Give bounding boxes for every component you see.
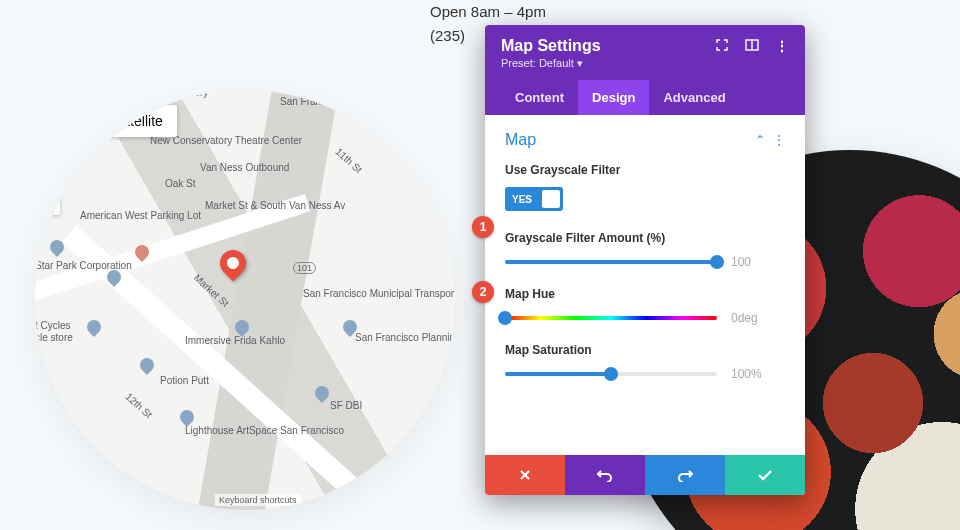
undo-button[interactable] bbox=[565, 455, 645, 495]
annotation-1: 1 bbox=[472, 216, 494, 238]
section-title-map[interactable]: Map bbox=[505, 131, 536, 149]
label-market-st: Market St bbox=[192, 272, 231, 309]
label-cycles: t Cycles bbox=[35, 320, 71, 331]
fullscreen-icon bbox=[423, 115, 437, 129]
label-eleventh: 11th St bbox=[333, 146, 364, 175]
poi-pin bbox=[343, 320, 357, 338]
check-icon bbox=[757, 468, 773, 482]
expand-icon[interactable] bbox=[715, 38, 729, 55]
tab-design[interactable]: Design bbox=[578, 80, 649, 115]
zoom-out-button[interactable]: − bbox=[35, 185, 60, 215]
map-hue-label: Map Hue bbox=[505, 287, 785, 301]
close-icon bbox=[518, 468, 532, 482]
poi-pin bbox=[180, 410, 194, 428]
slider-thumb[interactable] bbox=[710, 255, 724, 269]
redo-button[interactable] bbox=[645, 455, 725, 495]
map-hue-slider[interactable] bbox=[505, 316, 717, 320]
poi-pin bbox=[87, 320, 101, 338]
poi-pin bbox=[140, 358, 154, 376]
map-saturation-value[interactable]: 100% bbox=[731, 367, 785, 381]
hours-text: Open 8am – 4pm bbox=[430, 0, 546, 24]
map-type-satellite[interactable]: Satellite bbox=[99, 105, 177, 137]
layout-icon[interactable] bbox=[745, 38, 759, 55]
label-muni: San Francisco Municipal Transportation A… bbox=[303, 288, 455, 299]
redo-icon bbox=[677, 468, 693, 482]
panel-body: Map ⌃ ⋮ Use Grayscale Filter YES Graysca… bbox=[485, 115, 805, 455]
zoom-in-button[interactable]: + bbox=[35, 155, 60, 185]
poi-pin bbox=[50, 240, 64, 258]
grayscale-amount-slider[interactable] bbox=[505, 260, 717, 264]
label-planning: San Francisco Planning bbox=[355, 332, 455, 343]
grayscale-amount-value[interactable]: 100 bbox=[731, 255, 785, 269]
undo-icon bbox=[597, 468, 613, 482]
slider-thumb[interactable] bbox=[604, 367, 618, 381]
tab-content[interactable]: Content bbox=[501, 80, 578, 115]
poi-pin bbox=[135, 245, 149, 263]
label-potion: Potion Putt bbox=[160, 375, 209, 386]
annotation-2: 2 bbox=[472, 281, 494, 303]
keyboard-shortcuts-link[interactable]: Keyboard shortcuts bbox=[215, 494, 301, 506]
toggle-knob bbox=[542, 190, 560, 208]
panel-title: Map Settings bbox=[501, 37, 601, 55]
map-saturation-label: Map Saturation bbox=[505, 343, 785, 357]
cancel-button[interactable] bbox=[485, 455, 565, 495]
save-button[interactable] bbox=[725, 455, 805, 495]
map-hue-value[interactable]: 0deg bbox=[731, 311, 785, 325]
poi-pin bbox=[107, 270, 121, 288]
map-saturation-slider[interactable] bbox=[505, 372, 717, 376]
settings-panel: Map Settings ⋮ Preset: Default ▾ Content… bbox=[485, 25, 805, 495]
map-canvas[interactable]: Hickory San Francisco City Public Works … bbox=[35, 90, 455, 510]
map-type-toggle: Map Satellite bbox=[43, 105, 177, 137]
label-hickory: Hickory bbox=[175, 90, 208, 98]
zoom-controls: + − bbox=[35, 155, 60, 215]
label-van-ness: Van Ness Outbound bbox=[200, 162, 289, 173]
tab-advanced[interactable]: Advanced bbox=[649, 80, 739, 115]
toggle-yes-label: YES bbox=[512, 194, 532, 205]
collapse-icon[interactable]: ⌃ bbox=[755, 133, 765, 147]
grayscale-filter-label: Use Grayscale Filter bbox=[505, 163, 785, 177]
panel-tabs: Content Design Advanced bbox=[501, 80, 789, 115]
grayscale-amount-label: Grayscale Filter Amount (%) bbox=[505, 231, 785, 245]
fullscreen-button[interactable] bbox=[413, 105, 447, 139]
label-public-works: San Francisco City Public Works bbox=[280, 96, 425, 107]
label-lighthouse: Lighthouse ArtSpace San Francisco bbox=[185, 425, 344, 436]
poi-pin bbox=[235, 320, 249, 338]
section-kebab-icon[interactable]: ⋮ bbox=[773, 133, 785, 147]
preset-dropdown[interactable]: Preset: Default ▾ bbox=[501, 57, 789, 80]
slider-thumb[interactable] bbox=[498, 311, 512, 325]
label-sf-dbi: SF DBI bbox=[330, 400, 362, 411]
kebab-icon[interactable]: ⋮ bbox=[775, 38, 789, 54]
panel-header: Map Settings ⋮ Preset: Default ▾ Content… bbox=[485, 25, 805, 115]
label-american-west: American West Parking Lot bbox=[80, 210, 201, 221]
map-type-map[interactable]: Map bbox=[43, 105, 99, 137]
label-twelfth: 12th St bbox=[123, 391, 154, 420]
label-market-south: Market St & South Van Ness Av bbox=[205, 200, 345, 211]
label-oak: Oak St bbox=[165, 178, 196, 189]
map-container[interactable]: Hickory San Francisco City Public Works … bbox=[35, 90, 455, 510]
label-cycles-store: cle store bbox=[35, 332, 73, 343]
label-hwy-101: 101 bbox=[293, 262, 316, 274]
panel-footer bbox=[485, 455, 805, 495]
grayscale-toggle[interactable]: YES bbox=[505, 187, 563, 211]
poi-pin bbox=[315, 386, 329, 404]
